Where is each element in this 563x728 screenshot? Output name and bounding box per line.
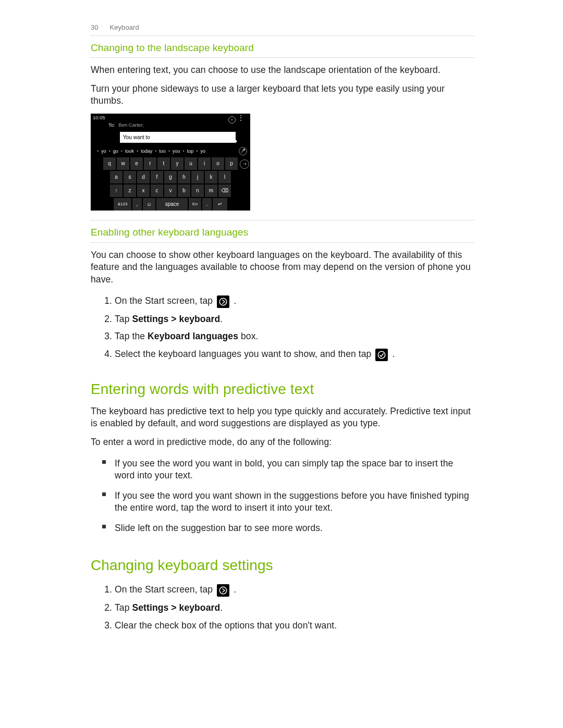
shift-key: ↑ — [110, 184, 123, 197]
period-key: . — [202, 198, 212, 211]
mic-icon: 🎤 — [239, 147, 247, 155]
bullet-list: If you see the word you want in bold, yo… — [91, 455, 474, 540]
body-text: You can choose to show other keyboard la… — [91, 249, 474, 286]
divider — [91, 220, 474, 220]
page-number: 30 — [91, 23, 99, 31]
suggestion-bar: •yo •go •took •today •too •you •top •yo … — [91, 145, 250, 156]
divider — [91, 242, 474, 243]
running-head-section: Keyboard — [109, 23, 139, 31]
to-value: Ben Carter; — [118, 122, 144, 128]
key: o — [212, 157, 224, 170]
key: a — [110, 171, 123, 183]
comma-key: , — [132, 198, 142, 211]
steps-list: On the Start screen, tap . Tap Settings … — [91, 581, 474, 634]
list-item: Tap Settings > keyboard. — [115, 599, 474, 617]
attach-icon: + — [228, 116, 236, 124]
body-text: Turn your phone sideways to use a larger… — [91, 83, 474, 107]
key: i — [198, 157, 211, 170]
divider — [91, 35, 474, 36]
key: m — [205, 184, 217, 197]
heading-predictive: Entering words with predictive text — [91, 379, 474, 399]
body-text: When entering text, you can choose to us… — [91, 64, 474, 77]
step-text: . — [234, 584, 236, 595]
enter-key: ↵ — [213, 198, 227, 211]
divider — [91, 57, 474, 58]
step-text: Tap the — [115, 331, 148, 341]
key: h — [178, 171, 190, 183]
phone-screenshot-landscape-keyboard: 10:05 + ⋮ To: Ben Carter; You want to •y… — [91, 114, 250, 211]
steps-list: On the Start screen, tap . Tap Settings … — [91, 292, 474, 364]
to-field: To: Ben Carter; — [91, 121, 250, 130]
manual-page: 30 Keyboard Changing to the landscape ke… — [0, 0, 563, 728]
step-text: Tap — [115, 602, 132, 613]
key: n — [191, 184, 204, 197]
heading-languages: Enabling other keyboard languages — [91, 226, 474, 239]
step-text: . — [220, 602, 223, 613]
svg-point-0 — [219, 298, 227, 305]
step-text: . — [220, 314, 223, 324]
list-item: If you see the word you want shown in th… — [115, 487, 474, 520]
key: q — [103, 157, 116, 170]
step-text-bold: Keyboard languages — [148, 331, 238, 341]
more-icon: ⋮ — [238, 117, 244, 119]
step-text: box. — [238, 331, 258, 341]
list-item: Tap Settings > keyboard. — [115, 311, 474, 328]
key: b — [178, 184, 190, 197]
list-item: Clear the check box of the options that … — [115, 617, 474, 635]
step-text: Select the keyboard languages you want t… — [115, 349, 374, 359]
list-item: Tap the Keyboard languages box. — [115, 328, 474, 346]
key: r — [144, 157, 156, 170]
body-text: To enter a word in predictive mode, do a… — [91, 436, 474, 449]
list-item: If you see the word you want in bold, yo… — [115, 455, 474, 487]
key: k — [205, 171, 217, 183]
arrow-right-circle-icon — [217, 295, 229, 308]
step-text: On the Start screen, tap — [115, 584, 215, 595]
backspace-key: ⌫ — [218, 184, 231, 197]
svg-point-1 — [378, 351, 386, 359]
list-item: On the Start screen, tap . — [115, 292, 474, 311]
key: d — [137, 171, 150, 183]
message-input-bubble: You want to — [120, 132, 236, 143]
step-text-bold: Settings > keyboard — [132, 314, 220, 324]
symbols-key: &123 — [114, 198, 131, 211]
key: z — [124, 184, 136, 197]
expand-icon: ⇢ — [240, 159, 249, 169]
key: e — [130, 157, 143, 170]
step-text-bold: Settings > keyboard — [132, 602, 220, 613]
list-item: Select the keyboard languages you want t… — [115, 346, 474, 364]
running-head: 30 Keyboard — [91, 23, 474, 32]
key: y — [171, 157, 183, 170]
check-circle-icon — [375, 349, 388, 361]
list-item: On the Start screen, tap . — [115, 581, 474, 599]
key: c — [151, 184, 163, 197]
key: j — [191, 171, 204, 183]
arrow-right-circle-icon — [217, 584, 229, 597]
key: t — [157, 157, 170, 170]
step-text: . — [234, 295, 236, 306]
space-key: space — [156, 198, 188, 211]
step-text: . — [392, 349, 395, 359]
emoji-key: ☺ — [143, 198, 155, 211]
key: v — [164, 184, 177, 197]
svg-point-2 — [219, 587, 227, 595]
to-label: To: — [108, 122, 115, 128]
key: f — [151, 171, 163, 183]
key: l — [218, 171, 231, 183]
step-text: Tap — [115, 314, 132, 324]
key: s — [124, 171, 136, 183]
key: u — [185, 157, 197, 170]
heading-landscape: Changing to the landscape keyboard — [91, 41, 474, 55]
key: g — [164, 171, 177, 183]
key: w — [117, 157, 129, 170]
key: p — [225, 157, 238, 170]
phone-clock: 10:05 — [93, 115, 105, 121]
onscreen-keyboard: q w e r t y u i o p ⇢ a s d f g h j k — [91, 157, 250, 213]
language-key: En — [189, 198, 201, 211]
heading-settings: Changing keyboard settings — [91, 556, 474, 575]
key: x — [137, 184, 150, 197]
step-text: On the Start screen, tap — [115, 295, 215, 306]
list-item: Slide left on the suggestion bar to see … — [115, 520, 474, 540]
body-text: The keyboard has predictive text to help… — [91, 405, 474, 430]
